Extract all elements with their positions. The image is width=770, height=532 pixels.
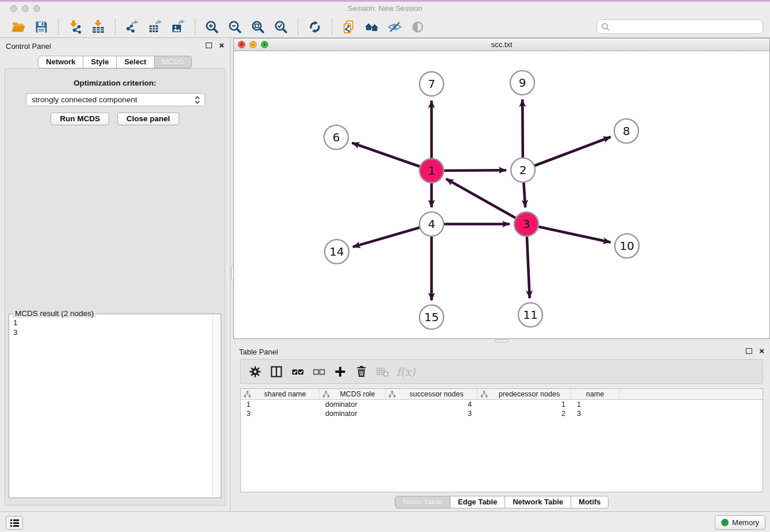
control-panel-tabs: NetworkStyleSelectMCDS (0, 56, 230, 68)
optimization-criterion-label: Optimization criterion: (5, 79, 225, 87)
table-row[interactable]: 3dominator323 (241, 409, 763, 418)
unselect-all-columns-icon[interactable] (310, 364, 328, 380)
column-header-predecessor-nodes[interactable]: predecessor nodes (478, 389, 571, 399)
export-table-icon[interactable] (147, 18, 164, 36)
graph-edge-3-10[interactable] (526, 224, 611, 242)
tab-motifs[interactable]: Motifs (571, 496, 609, 508)
memory-button[interactable]: Memory (715, 515, 765, 530)
delete-columns-trash-icon[interactable] (353, 364, 370, 380)
table-cell[interactable]: 1 (478, 400, 571, 408)
graph-node-10[interactable]: 10 (615, 234, 639, 258)
tab-network-table[interactable]: Network Table (505, 496, 571, 508)
column-tree-icon (322, 391, 330, 398)
float-panel-icon[interactable] (206, 43, 212, 48)
horizontal-splitter[interactable] (235, 339, 770, 344)
table-cell[interactable]: 2 (478, 410, 571, 418)
zoom-selected-icon[interactable] (272, 18, 290, 36)
result-scrollbar[interactable] (212, 315, 220, 496)
mcds-result-box: MCDS result (2 nodes) 1 3 (9, 314, 221, 498)
graph-edge-3-1[interactable] (446, 179, 526, 224)
memory-status-dot (721, 519, 729, 526)
table-cell[interactable]: 1 (571, 400, 619, 408)
clone-network-icon[interactable] (340, 18, 357, 36)
network-window-titlebar[interactable]: × − + scc.txt (234, 38, 769, 51)
table-cell[interactable]: 3 (571, 410, 619, 418)
tab-style[interactable]: Style (83, 56, 117, 68)
column-header-name[interactable]: name (571, 389, 619, 399)
graph-edge-2-8[interactable] (523, 137, 611, 170)
tab-edge-table[interactable]: Edge Table (451, 496, 505, 508)
table-cell[interactable]: 1 (241, 400, 319, 408)
graph-node-1[interactable]: 1 (419, 159, 444, 183)
select-all-columns-icon[interactable] (289, 364, 306, 380)
network-minimize-button[interactable]: − (249, 41, 257, 48)
close-panel-icon[interactable]: × (219, 43, 224, 48)
graph-node-15[interactable]: 15 (419, 305, 444, 329)
control-panel: Control Panel × NetworkStyleSelectMCDS O… (0, 38, 230, 511)
table-cell[interactable]: 3 (386, 410, 478, 418)
tab-mcds[interactable]: MCDS (155, 56, 192, 68)
table-panel-title: Table Panel (239, 346, 746, 356)
status-bar: Memory (0, 511, 770, 532)
refresh-view-icon[interactable] (306, 18, 324, 36)
table-panel: Table Panel × f(x) shared nameMCDS roles… (233, 344, 770, 511)
zoom-out-icon[interactable] (226, 18, 244, 36)
table-cell[interactable]: dominator (319, 400, 386, 408)
export-network-icon[interactable] (124, 18, 141, 36)
graph-node-9[interactable]: 9 (510, 71, 534, 95)
expand-columns-icon[interactable] (268, 364, 285, 380)
mcds-result-text[interactable]: 1 3 (10, 316, 211, 496)
add-column-icon[interactable] (332, 364, 349, 380)
svg-text:4: 4 (428, 217, 436, 231)
import-network-icon[interactable] (67, 18, 84, 36)
network-maximize-button[interactable]: + (261, 41, 268, 48)
graph-node-2[interactable]: 2 (511, 158, 535, 182)
network-browser-home-icon[interactable] (363, 18, 380, 36)
table-settings-gear-icon[interactable] (247, 364, 264, 380)
zoom-in-icon[interactable] (203, 18, 221, 36)
svg-text:14: 14 (329, 245, 344, 259)
svg-text:1: 1 (428, 164, 436, 178)
network-canvas[interactable]: 7968124314101511 (234, 51, 769, 338)
tab-network[interactable]: Network (38, 56, 83, 68)
table-cell[interactable]: 4 (386, 400, 478, 408)
tab-select[interactable]: Select (117, 56, 154, 68)
graph-node-11[interactable]: 11 (518, 303, 542, 327)
column-header-successor-nodes[interactable]: successor nodes (386, 389, 478, 399)
task-history-button[interactable] (6, 516, 23, 530)
close-table-panel-icon[interactable]: × (759, 348, 764, 354)
column-header-shared-name[interactable]: shared name (241, 389, 319, 399)
open-session-icon[interactable] (10, 18, 27, 36)
graph-node-6[interactable]: 6 (324, 125, 348, 149)
delete-table-icon-disabled (374, 364, 391, 380)
graph-node-14[interactable]: 14 (325, 240, 349, 264)
import-table-icon[interactable] (90, 18, 107, 36)
close-window-button[interactable] (10, 5, 17, 12)
float-table-panel-icon[interactable] (746, 348, 752, 354)
toolbar-separator (298, 19, 298, 35)
export-image-icon[interactable] (170, 18, 187, 36)
save-session-icon[interactable] (33, 18, 50, 36)
zoom-window-button[interactable] (33, 5, 40, 12)
column-header-MCDS-role[interactable]: MCDS role (319, 389, 386, 399)
table-cell[interactable]: dominator (319, 410, 386, 418)
network-close-button[interactable]: × (238, 41, 245, 48)
table-cell[interactable]: 3 (241, 410, 319, 418)
hide-selected-eye-slash-icon[interactable] (386, 18, 403, 36)
run-mcds-button[interactable]: Run MCDS (51, 113, 109, 125)
graph-node-8[interactable]: 8 (614, 119, 638, 143)
graph-node-3[interactable]: 3 (514, 212, 538, 236)
search-input[interactable] (611, 21, 763, 33)
horizontal-splitter-handle[interactable] (495, 340, 509, 342)
minimize-window-button[interactable] (22, 5, 29, 12)
graph-node-7[interactable]: 7 (419, 72, 444, 96)
close-panel-button[interactable]: Close panel (117, 113, 179, 125)
tab-node-table[interactable]: Node Table (395, 496, 451, 508)
titlebar: Session: New Session (0, 2, 770, 16)
graph-node-4[interactable]: 4 (419, 212, 444, 236)
zoom-fit-icon[interactable] (249, 18, 267, 36)
graph-svg[interactable]: 7968124314101511 (234, 51, 769, 338)
search-box[interactable] (596, 20, 763, 34)
criterion-select[interactable]: strongly connected component (26, 93, 205, 106)
table-row[interactable]: 1dominator411 (241, 400, 763, 409)
